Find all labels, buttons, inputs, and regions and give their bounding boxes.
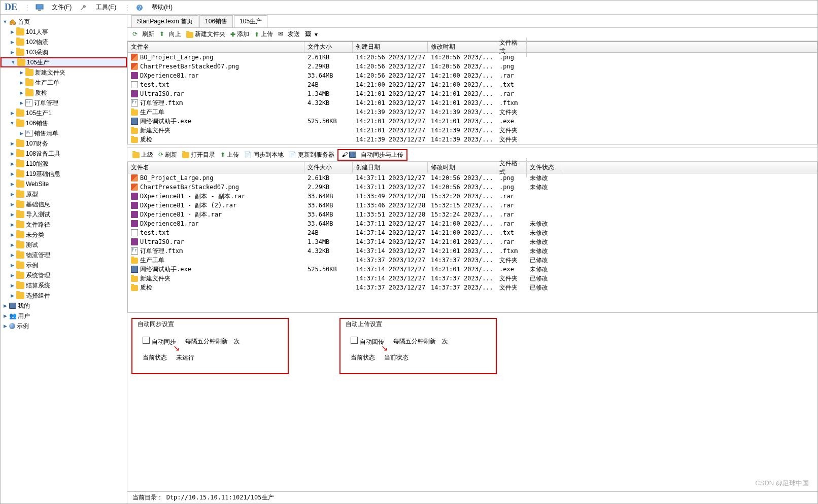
tree-item[interactable]: ▶生产工单 bbox=[1, 78, 127, 88]
table-row[interactable]: DXperience81 - 副本.rar33.64MB11:33:51 202… bbox=[128, 210, 817, 219]
chevron-icon[interactable]: ▶ bbox=[19, 90, 24, 95]
chevron-icon[interactable]: ▶ bbox=[3, 313, 8, 318]
chevron-icon[interactable]: ▶ bbox=[10, 151, 15, 156]
chevron-icon[interactable]: ▶ bbox=[10, 161, 15, 166]
menu-tools[interactable]: 工具(E) bbox=[93, 2, 119, 13]
chevron-icon[interactable]: ▶ bbox=[10, 171, 15, 176]
tree-item[interactable]: ▶导入测试 bbox=[1, 209, 127, 220]
chevron-icon[interactable]: ▶ bbox=[10, 40, 15, 45]
table-row[interactable]: 生产工单14:37:37 2023/12/2714:37:37 2023/...… bbox=[128, 256, 817, 265]
col-modifydate[interactable]: 修改时期 bbox=[428, 162, 496, 173]
menu-help[interactable]: 帮助(H) bbox=[149, 2, 176, 13]
tree-item[interactable]: ▶物流管理 bbox=[1, 250, 127, 260]
tree-item[interactable]: ▶105生产1 bbox=[1, 108, 127, 118]
tree-item[interactable]: ▼105生产 bbox=[1, 57, 127, 67]
menu-file[interactable]: 文件(F) bbox=[49, 2, 75, 13]
table-row[interactable]: UltraISO.rar1.34MB14:21:01 2023/12/2714:… bbox=[128, 89, 817, 98]
chevron-icon[interactable]: ▶ bbox=[10, 111, 15, 116]
tree-item[interactable]: ▶原型 bbox=[1, 189, 127, 199]
tree-item[interactable]: ▶示例 bbox=[1, 260, 127, 270]
chevron-icon[interactable]: ▶ bbox=[19, 100, 24, 105]
col-status[interactable]: 文件状态 bbox=[527, 162, 562, 173]
chevron-icon[interactable]: ▶ bbox=[10, 50, 15, 55]
tree-item[interactable]: ▶系统管理 bbox=[1, 270, 127, 280]
tree-root[interactable]: ▼首页 bbox=[1, 17, 127, 27]
upload2-button[interactable]: ⬆上传 bbox=[218, 150, 241, 160]
table-row[interactable]: DXperience81 - 副本 (2).rar33.64MB11:33:46… bbox=[128, 201, 817, 210]
chevron-icon[interactable]: ▶ bbox=[10, 141, 15, 146]
col-filesize[interactable]: 文件大小 bbox=[304, 42, 353, 52]
tree-item[interactable]: ▶102物流 bbox=[1, 37, 127, 47]
tree-item[interactable]: ▶文件路径 bbox=[1, 220, 127, 230]
chevron-icon[interactable]: ▶ bbox=[3, 323, 8, 329]
tree-item[interactable]: ▶未分类 bbox=[1, 230, 127, 240]
newfolder-button[interactable]: 新建文件夹 bbox=[184, 29, 227, 40]
autosync-checkbox[interactable]: 自动同步 bbox=[143, 337, 176, 346]
tree-item[interactable]: ▶103采购 bbox=[1, 47, 127, 57]
tree-item[interactable]: ▶销售清单 bbox=[1, 128, 127, 138]
table-row[interactable]: 新建文件夹14:21:01 2023/12/2714:21:39 2023/..… bbox=[128, 126, 817, 135]
tree-item[interactable]: ▶107财务 bbox=[1, 138, 127, 149]
tree-item-bottom[interactable]: ▶👥用户 bbox=[1, 311, 127, 321]
chevron-icon[interactable]: ▶ bbox=[10, 283, 15, 288]
table-row[interactable]: 订单管理.ftxm4.32KB14:21:01 2023/12/2714:21:… bbox=[128, 98, 817, 107]
chevron-icon[interactable]: ▶ bbox=[19, 70, 24, 75]
chevron-icon[interactable]: ▶ bbox=[10, 242, 15, 247]
tree-item[interactable]: ▶101人事 bbox=[1, 27, 127, 37]
chevron-icon[interactable]: ▶ bbox=[10, 273, 15, 278]
table-row[interactable]: ChartPresetBarStacked07.png2.29KB14:20:5… bbox=[128, 62, 817, 71]
col-filename[interactable]: 文件名 bbox=[128, 162, 304, 173]
chevron-icon[interactable]: ▶ bbox=[10, 222, 15, 227]
col-filename[interactable]: 文件名 bbox=[128, 42, 304, 52]
up-button[interactable]: ⬆向上 bbox=[157, 29, 183, 40]
chevron-icon[interactable]: ▶ bbox=[10, 263, 15, 268]
send-button[interactable]: ✉发送 bbox=[276, 29, 302, 40]
autoupload-checkbox[interactable]: 自动回传 bbox=[351, 337, 384, 346]
tab[interactable]: StartPage.fexm 首页 bbox=[131, 15, 198, 27]
refresh2-button[interactable]: ⟳刷新 bbox=[156, 150, 179, 160]
col-createdate[interactable]: 创建日期 bbox=[353, 42, 428, 52]
chevron-icon[interactable]: ▶ bbox=[3, 303, 8, 308]
chevron-icon[interactable]: ▶ bbox=[10, 253, 15, 258]
uplevel-button[interactable]: 上级 bbox=[130, 150, 155, 160]
tree-item[interactable]: ▶108设备工具 bbox=[1, 149, 127, 159]
chevron-icon[interactable]: ▶ bbox=[19, 80, 24, 85]
table-row[interactable]: 质检14:21:39 2023/12/2714:21:39 2023/...文件… bbox=[128, 135, 817, 144]
tree-item[interactable]: ▶WebSite bbox=[1, 179, 127, 189]
tree-item[interactable]: ▶质检 bbox=[1, 88, 127, 98]
chevron-icon[interactable]: ▶ bbox=[10, 202, 15, 207]
table-row[interactable]: DXperience81.rar33.64MB14:37:11 2023/12/… bbox=[128, 219, 817, 228]
tree-item[interactable]: ▶测试 bbox=[1, 240, 127, 250]
chevron-icon[interactable]: ▶ bbox=[10, 182, 15, 187]
tree-item-bottom[interactable]: ▶示例 bbox=[1, 321, 127, 331]
tree-item[interactable]: ▶基础信息 bbox=[1, 199, 127, 209]
table-row[interactable]: 生产工单14:21:39 2023/12/2714:21:39 2023/...… bbox=[128, 107, 817, 117]
table-row[interactable]: BO_Project_Large.png2.61KB14:20:56 2023/… bbox=[128, 53, 817, 62]
tree-item[interactable]: ▶新建文件夹 bbox=[1, 67, 127, 78]
chevron-icon[interactable]: ▶ bbox=[10, 212, 15, 217]
table-row[interactable]: 质检14:37:37 2023/12/2714:37:37 2023/...文件… bbox=[128, 283, 817, 292]
opendir-button[interactable]: 打开目录 bbox=[180, 150, 217, 160]
tree-item[interactable]: ▶110能源 bbox=[1, 159, 127, 169]
upload-button[interactable]: ⬆上传 bbox=[252, 29, 275, 40]
col-modifydate[interactable]: 修改时期 bbox=[428, 42, 496, 52]
col-filesize[interactable]: 文件大小 bbox=[304, 162, 353, 173]
updateserver-button[interactable]: 📄更新到服务器 bbox=[287, 150, 336, 160]
tree-item[interactable]: ▶结算系统 bbox=[1, 280, 127, 291]
table-row[interactable]: 新建文件夹14:37:14 2023/12/2714:37:37 2023/..… bbox=[128, 274, 817, 283]
tree-item[interactable]: ▶选择组件 bbox=[1, 291, 127, 301]
refresh-button[interactable]: ⟳刷新 bbox=[130, 29, 156, 40]
table-row[interactable]: test.txt24B14:37:14 2023/12/2714:21:00 2… bbox=[128, 228, 817, 237]
chevron-icon[interactable]: ▶ bbox=[19, 131, 24, 136]
tab[interactable]: 105生产 bbox=[234, 15, 267, 27]
table-row[interactable]: ChartPresetBarStacked07.png2.29KB14:37:1… bbox=[128, 183, 817, 192]
table-row[interactable]: 网络调试助手.exe525.50KB14:37:14 2023/12/2714:… bbox=[128, 265, 817, 274]
table-row[interactable]: DXperience81.rar33.64MB14:20:56 2023/12/… bbox=[128, 71, 817, 80]
tree-item-bottom[interactable]: ▶我的 bbox=[1, 301, 127, 311]
table-row[interactable]: 订单管理.ftxm4.32KB14:37:14 2023/12/2714:21:… bbox=[128, 246, 817, 256]
table-row[interactable]: UltraISO.rar1.34MB14:37:14 2023/12/2714:… bbox=[128, 237, 817, 246]
tree-item[interactable]: ▶订单管理 bbox=[1, 98, 127, 108]
add-button[interactable]: ✚添加 bbox=[228, 29, 251, 40]
tree-item[interactable]: ▶119基础信息 bbox=[1, 169, 127, 179]
table-row[interactable]: DXperience81 - 副本 - 副本.rar33.64MB11:33:4… bbox=[128, 192, 817, 201]
